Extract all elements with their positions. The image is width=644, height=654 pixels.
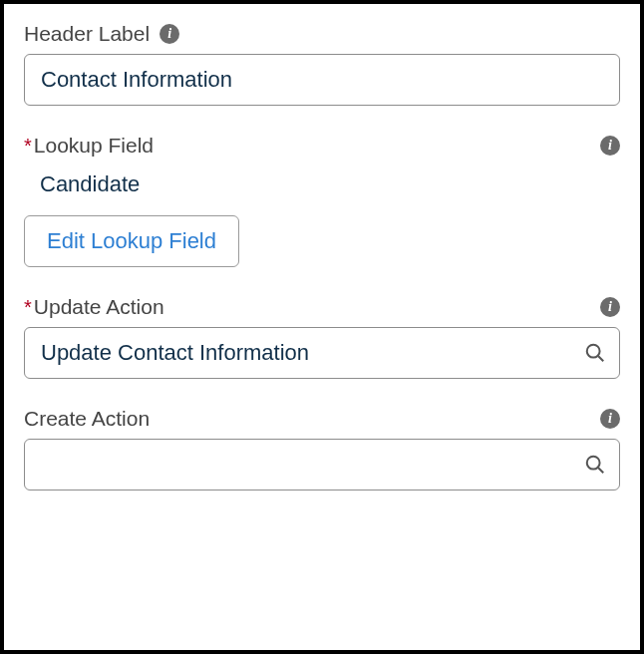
- search-icon[interactable]: [584, 342, 606, 364]
- update-action-label: Update Action: [34, 295, 164, 319]
- required-marker: *: [24, 135, 32, 158]
- lookup-field-label: Lookup Field: [34, 134, 154, 158]
- svg-line-1: [598, 356, 603, 361]
- info-icon[interactable]: i: [600, 409, 620, 429]
- create-action-label-row: Create Action i: [24, 407, 620, 431]
- lookup-field-group: * Lookup Field i Candidate Edit Lookup F…: [24, 134, 620, 267]
- update-action-group: * Update Action i: [24, 295, 620, 379]
- update-action-label-row: * Update Action i: [24, 295, 620, 319]
- create-action-input[interactable]: [24, 439, 620, 490]
- header-label-row: Header Label i: [24, 22, 620, 46]
- svg-point-0: [587, 345, 600, 358]
- header-label-text: Header Label: [24, 22, 150, 46]
- info-icon[interactable]: i: [160, 24, 179, 44]
- create-action-label: Create Action: [24, 407, 150, 431]
- update-action-input[interactable]: [24, 327, 620, 379]
- required-marker: *: [24, 296, 32, 319]
- edit-lookup-field-button[interactable]: Edit Lookup Field: [24, 215, 239, 267]
- info-icon[interactable]: i: [600, 297, 620, 317]
- lookup-field-label-row: * Lookup Field i: [24, 134, 620, 158]
- info-icon[interactable]: i: [600, 136, 620, 156]
- svg-point-2: [587, 457, 600, 470]
- lookup-field-value: Candidate: [24, 165, 620, 215]
- svg-line-3: [598, 468, 603, 473]
- form-panel: Header Label i * Lookup Field i Candidat…: [0, 0, 644, 654]
- update-action-input-wrap: [24, 327, 620, 379]
- create-action-input-wrap: [24, 439, 620, 490]
- header-label-group: Header Label i: [24, 22, 620, 106]
- search-icon[interactable]: [584, 454, 606, 476]
- header-label-input[interactable]: [24, 54, 620, 106]
- create-action-group: Create Action i: [24, 407, 620, 490]
